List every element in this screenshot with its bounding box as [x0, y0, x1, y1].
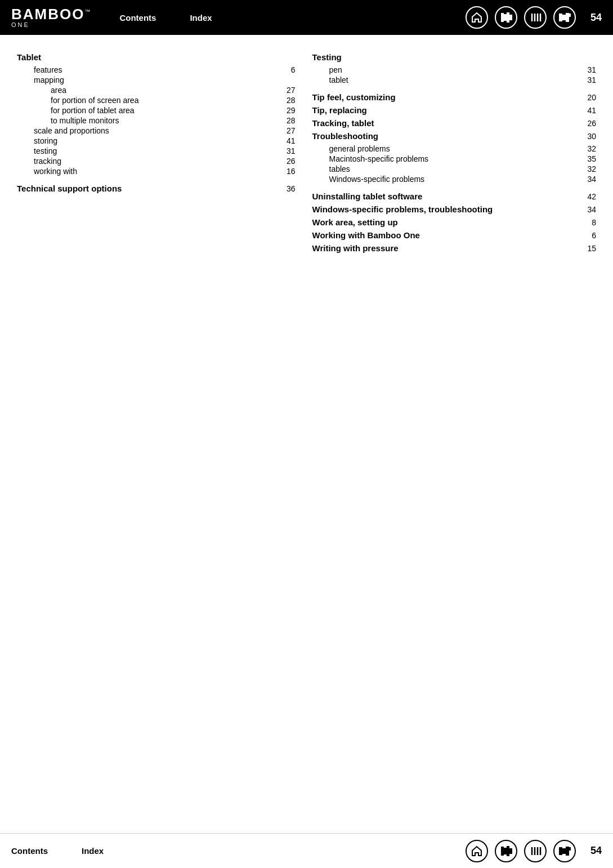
svg-rect-2 [507, 13, 509, 22]
footer-nav-index[interactable]: Index [82, 846, 104, 856]
tablet-storing: storing 41 [17, 136, 296, 146]
uninstalling-entry: Uninstalling tablet software 42 [312, 191, 597, 204]
footer-icons: 54 [466, 840, 602, 862]
troubleshooting-tables-page: 32 [579, 164, 596, 173]
troubleshooting-general: general problems 32 [312, 144, 597, 154]
tablet-features-text: features [34, 65, 279, 74]
footer-page-number: 54 [590, 845, 602, 857]
tablet-tracking-text: tracking [34, 157, 279, 166]
tablet-mapping: mapping [17, 75, 296, 85]
tip-replacing-text: Tip, replacing [312, 105, 580, 115]
work-area-entry: Work area, setting up 8 [312, 217, 597, 230]
tablet-working: working with 16 [17, 166, 296, 176]
tablet-scale-text: scale and proportions [34, 126, 279, 135]
svg-rect-14 [507, 847, 509, 856]
lines-icon-button[interactable] [524, 6, 547, 29]
tablet-mapping-screen: for portion of screen area 28 [17, 95, 296, 105]
troubleshooting-windows: Windows-specific problems 34 [312, 174, 597, 184]
tablet-mapping-area-page: 27 [279, 86, 296, 95]
writing-pressure-page: 15 [579, 244, 596, 253]
technical-support-page: 36 [279, 184, 296, 193]
bars-icon-button-2[interactable] [553, 6, 576, 29]
svg-rect-23 [566, 848, 570, 850]
header-icons: 54 [466, 6, 602, 29]
tablet-storing-text: storing [34, 136, 279, 145]
tablet-testing: testing 31 [17, 146, 296, 156]
tablet-mapping-tablet-page: 29 [279, 106, 296, 115]
tracking-text: Tracking, tablet [312, 118, 580, 128]
svg-rect-3 [510, 15, 512, 20]
svg-rect-1 [504, 15, 506, 20]
troubleshooting-general-page: 32 [579, 144, 596, 153]
working-bamboo-page: 6 [579, 231, 596, 240]
technical-support-text: Technical support options [17, 184, 279, 193]
testing-pen-page: 31 [579, 65, 596, 74]
svg-rect-15 [510, 849, 512, 853]
svg-rect-0 [502, 14, 503, 21]
footer: Contents Index [0, 833, 613, 868]
troubleshooting-header-page: 30 [579, 132, 596, 141]
troubleshooting-header-entry: Troubleshooting 30 [312, 131, 597, 144]
header-nav-index[interactable]: Index [190, 13, 212, 23]
tablet-mapping-tablet: for portion of tablet area 29 [17, 105, 296, 115]
header-nav: Contents Index [119, 13, 212, 23]
tablet-header-entry: Tablet [17, 52, 296, 65]
home-icon-button[interactable] [466, 6, 488, 29]
testing-tablet-page: 31 [579, 75, 596, 84]
testing-pen: pen 31 [312, 65, 597, 75]
troubleshooting-tables: tables 32 [312, 164, 597, 174]
tablet-mapping-screen-page: 28 [279, 96, 296, 105]
header-nav-contents[interactable]: Contents [119, 13, 156, 23]
troubleshooting-windows-page: 34 [579, 175, 596, 184]
tracking-page: 26 [579, 119, 596, 128]
windows-problems-entry: Windows-specific problems, troubleshooti… [312, 204, 597, 217]
tip-feel-page: 20 [579, 93, 596, 102]
troubleshooting-general-text: general problems [329, 144, 580, 153]
svg-rect-20 [560, 848, 562, 854]
windows-problems-page: 34 [579, 205, 596, 214]
troubleshooting-header: Troubleshooting [312, 131, 580, 141]
troubleshooting-mac: Macintosh-specific problems 35 [312, 154, 597, 164]
tablet-header: Tablet [17, 52, 279, 62]
tablet-working-page: 16 [279, 167, 296, 176]
work-area-text: Work area, setting up [312, 217, 580, 227]
bars-icon-button-1[interactable] [495, 6, 517, 29]
svg-rect-8 [560, 14, 562, 21]
testing-pen-text: pen [329, 65, 580, 74]
footer-home-icon-button[interactable] [466, 840, 488, 862]
tablet-scale: scale and proportions 27 [17, 126, 296, 136]
tracking-entry: Tracking, tablet 26 [312, 118, 597, 131]
tablet-mapping-monitors-text: to multiple monitors [51, 116, 279, 125]
tip-replacing-entry: Tip, replacing 41 [312, 105, 597, 118]
tablet-features: features 6 [17, 65, 296, 75]
technical-support-entry: Technical support options 36 [17, 183, 296, 196]
tip-feel-entry: Tip feel, customizing 20 [312, 92, 597, 105]
tablet-mapping-area-text: area [51, 86, 279, 95]
tablet-testing-page: 31 [279, 146, 296, 155]
svg-rect-12 [502, 847, 503, 855]
uninstalling-page: 42 [579, 192, 596, 201]
logo-bamboo: BAMBOO™ [11, 7, 91, 21]
writing-pressure-entry: Writing with pressure 15 [312, 243, 597, 256]
footer-lines-icon-button[interactable] [524, 840, 547, 862]
left-column: Tablet features 6 mapping area 27 for po… [17, 52, 307, 256]
troubleshooting-mac-text: Macintosh-specific problems [329, 154, 580, 163]
tablet-scale-page: 27 [279, 126, 296, 135]
tablet-mapping-text: mapping [34, 75, 279, 84]
work-area-page: 8 [579, 218, 596, 227]
writing-pressure-text: Writing with pressure [312, 243, 580, 253]
logo-area: BAMBOO™ ONE [11, 7, 91, 28]
tablet-mapping-area: area 27 [17, 85, 296, 95]
footer-bars-icon-button-1[interactable] [495, 840, 517, 862]
footer-bars-icon-button-2[interactable] [553, 840, 576, 862]
troubleshooting-tables-text: tables [329, 164, 580, 173]
right-column: Testing pen 31 tablet 31 Tip feel, custo… [307, 52, 597, 256]
tablet-mapping-tablet-text: for portion of tablet area [51, 106, 279, 115]
tablet-working-text: working with [34, 167, 279, 176]
footer-nav-contents[interactable]: Contents [11, 846, 48, 856]
testing-header-entry: Testing [312, 52, 597, 65]
tablet-tracking-page: 26 [279, 157, 296, 166]
tip-replacing-page: 41 [579, 106, 596, 115]
troubleshooting-mac-page: 35 [579, 154, 596, 163]
tip-feel-text: Tip feel, customizing [312, 92, 580, 102]
